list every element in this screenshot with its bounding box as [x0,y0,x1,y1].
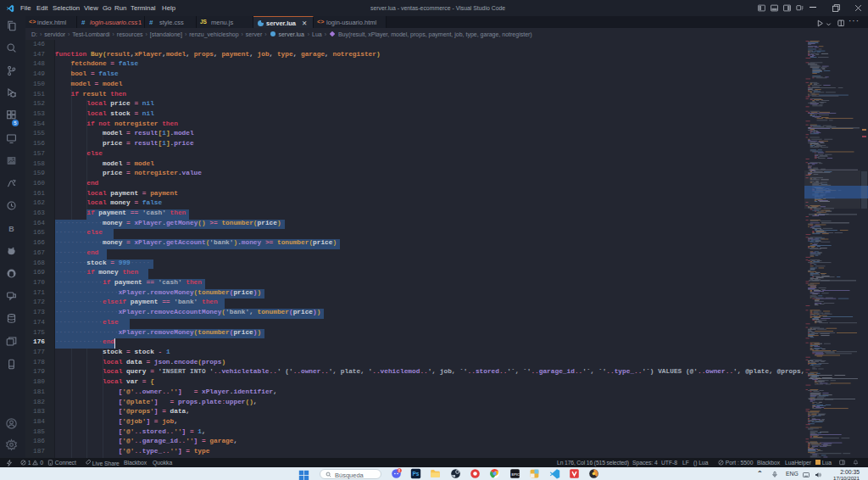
svg-text:EPIC: EPIC [512,472,520,477]
svg-text:B: B [8,225,14,233]
svg-text:Ps: Ps [412,471,419,477]
